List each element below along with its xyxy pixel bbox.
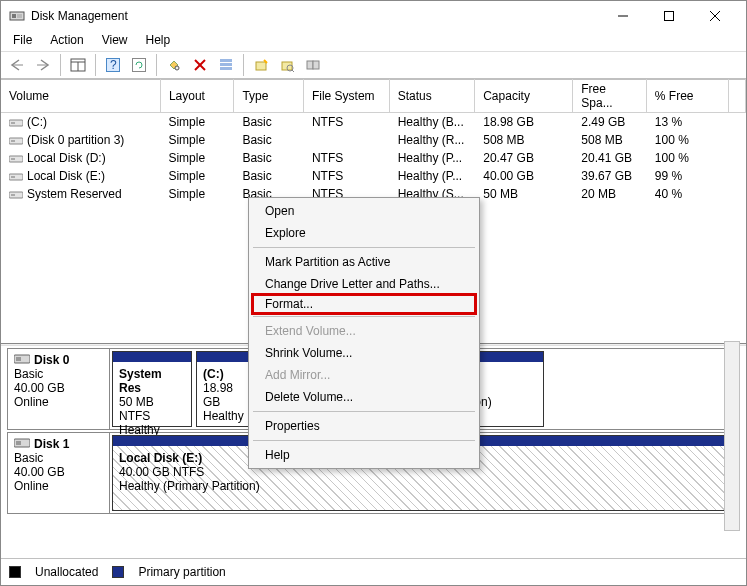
column-header[interactable]: Volume (1, 80, 160, 113)
volume-row[interactable]: (C:)SimpleBasicNTFSHealthy (B...18.98 GB… (1, 113, 746, 132)
partition-size: 18.98 GB (203, 381, 249, 409)
menu-help[interactable]: Help (138, 31, 179, 51)
volume-name-label: (Disk 0 partition 3) (27, 133, 124, 147)
context-menu: OpenExploreMark Partition as ActiveChang… (248, 197, 480, 469)
cell: Simple (160, 113, 234, 132)
disk-size: 40.00 GB (14, 381, 103, 395)
cell: 20 MB (573, 185, 647, 203)
cell: 40.00 GB (475, 167, 573, 185)
legend-primary-label: Primary partition (138, 565, 225, 579)
context-menu-item-format[interactable]: Format... (251, 293, 477, 315)
svg-rect-25 (307, 61, 313, 69)
svg-rect-4 (665, 12, 674, 21)
svg-rect-30 (11, 140, 15, 142)
context-menu-item[interactable]: Open (251, 200, 477, 222)
disk-state: Online (14, 479, 103, 493)
cell: Healthy (B... (389, 113, 475, 132)
disk-label[interactable]: Disk 0Basic40.00 GBOnline (8, 349, 110, 429)
cell: 100 % (646, 131, 728, 149)
svg-rect-40 (16, 441, 21, 445)
column-header[interactable]: Capacity (475, 80, 573, 113)
cell: Basic (234, 131, 303, 149)
column-header[interactable]: File System (303, 80, 389, 113)
window-title: Disk Management (31, 9, 600, 23)
svg-rect-26 (313, 61, 319, 69)
context-menu-item[interactable]: Mark Partition as Active (251, 251, 477, 273)
svg-rect-1 (12, 14, 16, 18)
partition-label: System Res (119, 367, 185, 395)
svg-point-15 (175, 66, 179, 70)
minimize-button[interactable] (600, 1, 646, 31)
disk-mgmt-icon (9, 8, 25, 24)
cell: 50 MB (475, 185, 573, 203)
new-volume-icon[interactable] (249, 54, 273, 76)
column-header[interactable]: Layout (160, 80, 234, 113)
cell: NTFS (303, 167, 389, 185)
volumes-table[interactable]: VolumeLayoutTypeFile SystemStatusCapacit… (1, 79, 746, 203)
menu-view[interactable]: View (94, 31, 136, 51)
volume-row[interactable]: Local Disk (D:)SimpleBasicNTFSHealthy (P… (1, 149, 746, 167)
menu-file[interactable]: File (5, 31, 40, 51)
context-menu-item[interactable]: Help (251, 444, 477, 466)
cell: Basic (234, 167, 303, 185)
cell: 40 % (646, 185, 728, 203)
column-header[interactable]: % Free (646, 80, 728, 113)
volume-row[interactable]: (Disk 0 partition 3)SimpleBasicHealthy (… (1, 131, 746, 149)
svg-rect-20 (220, 67, 232, 70)
partition-status: Healthy (Primary Partition) (119, 479, 730, 493)
svg-rect-38 (16, 357, 21, 361)
volume-name-label: Local Disk (E:) (27, 169, 105, 183)
separator (156, 54, 157, 76)
disk-name: Disk 0 (34, 353, 69, 367)
back-button[interactable] (5, 54, 29, 76)
svg-rect-19 (220, 63, 232, 66)
volume-icon (9, 135, 23, 145)
disk-icon (14, 353, 30, 367)
context-menu-item[interactable]: Explore (251, 222, 477, 244)
cell: NTFS (303, 149, 389, 167)
property-icon[interactable] (162, 54, 186, 76)
forward-button[interactable] (31, 54, 55, 76)
cell: 508 MB (475, 131, 573, 149)
unallocated-swatch (9, 566, 21, 578)
legend-unallocated-label: Unallocated (35, 565, 98, 579)
vertical-scrollbar[interactable] (724, 341, 740, 531)
close-button[interactable] (692, 1, 738, 31)
legend: Unallocated Primary partition (1, 558, 746, 585)
partition-label: (C:) (203, 367, 249, 381)
context-menu-item[interactable]: Change Drive Letter and Paths... (251, 273, 477, 295)
partition-box[interactable]: System Res50 MB NTFSHealthy (Sys (112, 351, 192, 427)
refresh-icon[interactable] (127, 54, 151, 76)
disk-state: Online (14, 395, 103, 409)
menu-dropdown-icon[interactable] (214, 54, 238, 76)
cell: Healthy (P... (389, 149, 475, 167)
cell: 13 % (646, 113, 728, 132)
cell: 39.67 GB (573, 167, 647, 185)
delete-icon[interactable] (188, 54, 212, 76)
partition-size: 50 MB NTFS (119, 395, 185, 423)
detail-pane-icon[interactable] (66, 54, 90, 76)
context-menu-item[interactable]: Properties (251, 415, 477, 437)
svg-rect-2 (17, 14, 22, 18)
column-header[interactable]: Free Spa... (573, 80, 647, 113)
disk-label[interactable]: Disk 1Basic40.00 GBOnline (8, 433, 110, 513)
cell: Basic (234, 113, 303, 132)
svg-line-24 (292, 70, 294, 72)
attach-vhd-icon[interactable] (301, 54, 325, 76)
column-header[interactable]: Type (234, 80, 303, 113)
rescan-icon[interactable] (275, 54, 299, 76)
context-menu-item[interactable]: Delete Volume... (251, 386, 477, 408)
cell: NTFS (303, 113, 389, 132)
maximize-button[interactable] (646, 1, 692, 31)
help-icon[interactable]: ? (101, 54, 125, 76)
context-menu-item: Add Mirror... (251, 364, 477, 386)
column-header[interactable]: Status (389, 80, 475, 113)
svg-rect-28 (11, 122, 15, 124)
svg-rect-21 (256, 62, 266, 70)
menu-action[interactable]: Action (42, 31, 91, 51)
context-menu-item[interactable]: Shrink Volume... (251, 342, 477, 364)
cell: 20.47 GB (475, 149, 573, 167)
menu-divider (253, 247, 475, 248)
volume-row[interactable]: Local Disk (E:)SimpleBasicNTFSHealthy (P… (1, 167, 746, 185)
partition-box[interactable]: (C:)18.98 GBHealthy (196, 351, 256, 427)
